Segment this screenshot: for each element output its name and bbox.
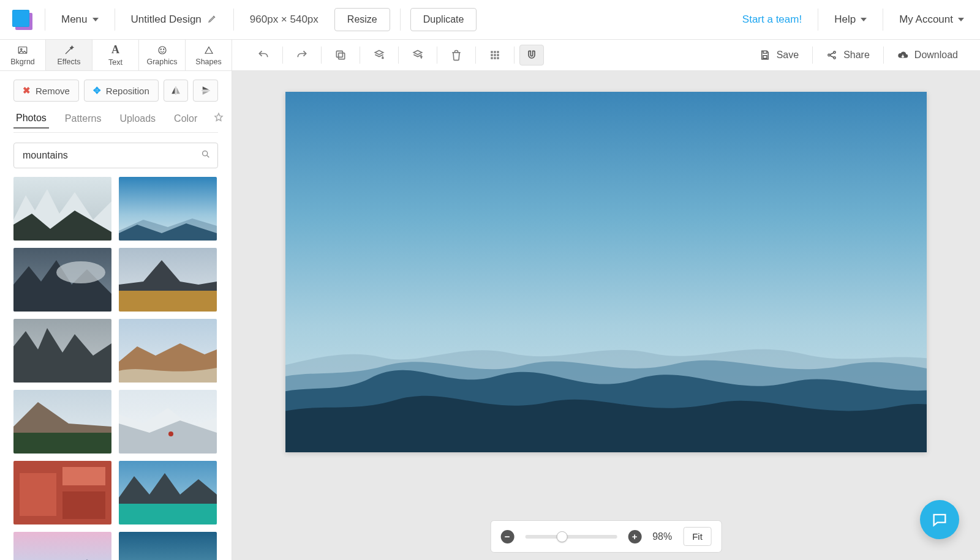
flip-vertical-button[interactable] <box>193 80 218 102</box>
svg-rect-16 <box>763 56 767 59</box>
share-button[interactable]: Share <box>813 50 883 61</box>
caret-down-icon <box>861 18 867 21</box>
help-label: Help <box>834 13 856 26</box>
subtab-color[interactable]: Color <box>172 110 200 128</box>
svg-rect-11 <box>494 54 496 56</box>
zoom-slider[interactable] <box>525 535 617 539</box>
wand-icon <box>64 45 75 56</box>
tab-text-label: Text <box>108 58 123 67</box>
tab-shapes-label: Shapes <box>195 58 221 66</box>
tab-background[interactable]: Bkgrnd <box>0 40 46 70</box>
save-button[interactable]: Save <box>746 50 812 61</box>
svg-rect-14 <box>494 57 496 59</box>
zoom-slider-knob[interactable] <box>556 531 567 542</box>
svg-marker-30 <box>13 328 111 383</box>
layer-up-button[interactable] <box>399 40 437 71</box>
snap-toggle[interactable] <box>519 45 544 65</box>
chat-icon <box>931 511 948 528</box>
triangle-icon <box>203 45 214 56</box>
photo-thumb[interactable] <box>13 390 111 454</box>
pencil-icon <box>208 13 217 26</box>
start-team-link[interactable]: Start a team! <box>726 13 818 26</box>
zoom-out-button[interactable]: − <box>500 530 514 543</box>
remove-button[interactable]: ✖ Remove <box>13 80 79 102</box>
svg-point-2 <box>159 47 166 54</box>
subtab-uploads[interactable]: Uploads <box>117 110 158 128</box>
flip-horizontal-button[interactable] <box>164 80 189 102</box>
photo-thumb[interactable] <box>119 177 217 241</box>
grid-button[interactable] <box>476 40 514 71</box>
svg-rect-39 <box>62 491 105 519</box>
delete-button[interactable] <box>437 40 475 71</box>
layer-down-button[interactable] <box>360 40 398 71</box>
favorites-button[interactable] <box>213 112 224 125</box>
resize-button[interactable]: Resize <box>334 8 390 31</box>
tab-shapes[interactable]: Shapes <box>186 40 232 70</box>
svg-point-17 <box>828 54 830 56</box>
svg-rect-7 <box>491 51 492 53</box>
svg-point-19 <box>834 57 835 59</box>
artboard[interactable] <box>285 92 927 452</box>
search-wrap <box>13 143 218 168</box>
copy-button[interactable] <box>322 40 360 71</box>
download-button[interactable]: Download <box>884 50 971 61</box>
start-team-label: Start a team! <box>742 13 802 26</box>
photo-results <box>13 177 218 560</box>
svg-point-36 <box>168 431 173 436</box>
sidebar-action-row: ✖ Remove ✥ Reposition <box>13 80 218 102</box>
flip-horizontal-icon <box>170 85 181 96</box>
tab-text[interactable]: A Text <box>92 40 139 70</box>
account-dropdown[interactable]: My Account <box>883 13 980 26</box>
zoom-in-button[interactable]: + <box>628 530 641 543</box>
subtab-patterns[interactable]: Patterns <box>62 110 104 128</box>
subtab-photos[interactable]: Photos <box>13 109 49 129</box>
svg-rect-8 <box>494 51 496 53</box>
menu-dropdown[interactable]: Menu <box>45 0 115 39</box>
svg-rect-29 <box>119 291 217 312</box>
toolbar-right: Save Share Download <box>746 40 980 70</box>
help-chat-button[interactable] <box>920 500 959 539</box>
reposition-button[interactable]: ✥ Reposition <box>84 80 159 102</box>
svg-rect-9 <box>497 51 499 53</box>
move-icon: ✥ <box>93 85 101 96</box>
design-title[interactable]: Untitled Design <box>115 13 233 26</box>
sidebar-subtabs: Photos Patterns Uploads Color <box>13 109 218 133</box>
undo-button[interactable] <box>244 40 282 71</box>
help-dropdown[interactable]: Help <box>818 13 883 26</box>
zoom-percent: 98% <box>652 531 672 542</box>
menu-label: Menu <box>61 13 88 26</box>
caret-down-icon <box>958 18 964 21</box>
tab-effects-label: Effects <box>58 58 81 66</box>
svg-rect-6 <box>336 51 342 57</box>
photo-thumb[interactable] <box>119 319 217 383</box>
canvas-area[interactable]: − + 98% Fit <box>232 71 980 560</box>
photo-thumb[interactable] <box>119 390 217 454</box>
photo-thumb[interactable] <box>13 248 111 312</box>
top-header-left: Menu Untitled Design 960px × 540px Resiz… <box>0 0 486 39</box>
zoom-fit-button[interactable]: Fit <box>683 527 712 546</box>
search-icon[interactable] <box>201 149 211 162</box>
svg-point-1 <box>21 48 22 50</box>
svg-rect-41 <box>119 504 217 525</box>
search-input[interactable] <box>13 143 218 168</box>
photo-thumb[interactable] <box>13 177 111 241</box>
photo-thumb[interactable] <box>13 532 111 560</box>
photo-thumb[interactable] <box>13 319 111 383</box>
tab-effects[interactable]: Effects <box>46 40 92 70</box>
photo-thumb[interactable] <box>119 461 217 525</box>
star-icon <box>213 112 224 123</box>
share-icon <box>826 50 837 61</box>
photo-thumb[interactable] <box>13 461 111 525</box>
zoom-control: − + 98% Fit <box>490 520 722 553</box>
duplicate-button[interactable]: Duplicate <box>410 8 477 31</box>
photo-thumb[interactable] <box>119 248 217 312</box>
svg-rect-38 <box>62 467 105 485</box>
reposition-label: Reposition <box>106 86 149 96</box>
tab-graphics[interactable]: Graphics <box>139 40 186 70</box>
app-logo[interactable] <box>12 10 32 30</box>
top-header: Menu Untitled Design 960px × 540px Resiz… <box>0 0 980 40</box>
caret-down-icon <box>92 18 99 21</box>
photo-thumb[interactable] <box>119 532 217 560</box>
tab-graphics-label: Graphics <box>146 58 177 66</box>
redo-button[interactable] <box>283 40 321 71</box>
